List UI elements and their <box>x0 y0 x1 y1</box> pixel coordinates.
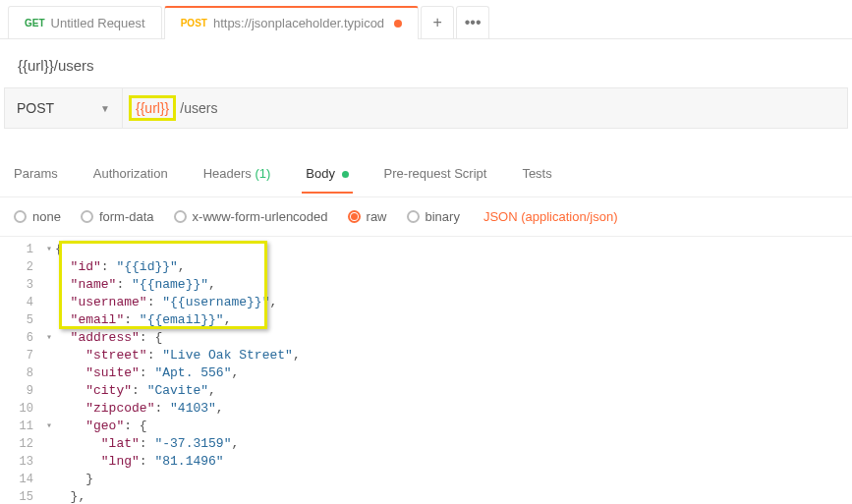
code-content: "suite": "Apt. 556", <box>55 364 239 382</box>
tab-title: Untitled Request <box>51 16 145 30</box>
line-number: 10 <box>0 400 43 418</box>
line-number: 11 <box>0 418 43 435</box>
tab-method-label: POST <box>181 18 207 28</box>
tab-headers[interactable]: Headers (1) <box>199 154 275 193</box>
request-name: {{url}}/users <box>0 39 852 87</box>
url-bar: POST ▼ {{url}} /users <box>4 87 848 129</box>
editor-line[interactable]: 15 }, <box>0 488 852 504</box>
body-type-raw[interactable]: raw <box>348 209 387 224</box>
code-content: "zipcode": "4103", <box>55 400 224 418</box>
body-type-none[interactable]: none <box>14 209 61 224</box>
add-tab-button[interactable]: + <box>421 6 454 39</box>
chevron-down-icon: ▼ <box>100 103 110 114</box>
editor-line[interactable]: 3 "name": "{{name}}", <box>0 276 852 294</box>
line-number: 6 <box>0 329 43 347</box>
line-number: 12 <box>0 435 43 453</box>
tab-post-jsonplaceholder[interactable]: POST https://jsonplaceholder.typicod <box>164 6 419 39</box>
code-content: "address": { <box>55 329 162 347</box>
radio-label: x-www-form-urlencoded <box>193 209 328 224</box>
fold-toggle-icon[interactable]: ▾ <box>43 241 55 258</box>
tab-dirty-dot <box>394 20 402 28</box>
line-number: 3 <box>0 276 43 294</box>
url-input[interactable]: {{url}} /users <box>123 88 847 128</box>
line-number: 14 <box>0 471 43 488</box>
tab-headers-label: Headers <box>203 166 252 181</box>
radio-icon <box>407 210 420 223</box>
line-number: 7 <box>0 347 43 364</box>
tab-authorization[interactable]: Authorization <box>89 154 172 193</box>
radio-label: binary <box>426 209 460 224</box>
line-number: 9 <box>0 382 43 400</box>
radio-icon <box>14 210 27 223</box>
code-content: "lat": "-37.3159", <box>55 435 239 453</box>
tab-body[interactable]: Body <box>302 154 352 193</box>
code-content: "geo": { <box>55 418 147 435</box>
tab-method-label: GET <box>25 18 45 28</box>
editor-line[interactable]: 12 "lat": "-37.3159", <box>0 435 852 453</box>
code-content: "id": "{{id}}", <box>55 258 186 276</box>
editor-line[interactable]: 11▾ "geo": { <box>0 418 852 435</box>
editor-line[interactable]: 4 "username": "{{username}}", <box>0 294 852 311</box>
code-content: "city": "Cavite", <box>55 382 216 400</box>
tab-tests[interactable]: Tests <box>518 154 555 193</box>
line-number: 1 <box>0 241 43 258</box>
code-content: } <box>55 471 93 488</box>
editor-line[interactable]: 6▾ "address": { <box>0 329 852 347</box>
line-number: 2 <box>0 258 43 276</box>
line-number: 13 <box>0 453 43 471</box>
headers-count: (1) <box>255 166 270 181</box>
editor-line[interactable]: 13 "lng": "81.1496" <box>0 453 852 471</box>
line-number: 5 <box>0 311 43 329</box>
code-content: "name": "{{name}}", <box>55 276 216 294</box>
code-content: "email": "{{email}}", <box>55 311 231 329</box>
radio-label: raw <box>367 209 387 224</box>
method-select[interactable]: POST ▼ <box>5 88 123 128</box>
body-type-xwww[interactable]: x-www-form-urlencoded <box>174 209 328 224</box>
radio-icon <box>348 210 361 223</box>
tab-title: https://jsonplaceholder.typicod <box>213 16 384 30</box>
radio-icon <box>81 210 93 223</box>
editor-line[interactable]: 14 } <box>0 471 852 488</box>
body-active-dot <box>342 171 349 178</box>
body-type-formdata[interactable]: form-data <box>81 209 154 224</box>
method-label: POST <box>17 100 54 116</box>
tab-prerequest[interactable]: Pre-request Script <box>380 154 491 193</box>
code-content: "lng": "81.1496" <box>55 453 224 471</box>
tab-params[interactable]: Params <box>10 154 62 193</box>
request-tabs: Params Authorization Headers (1) Body Pr… <box>0 150 852 197</box>
tabs-bar: GET Untitled Request POST https://jsonpl… <box>0 0 852 39</box>
editor-line[interactable]: 8 "suite": "Apt. 556", <box>0 364 852 382</box>
line-number: 4 <box>0 294 43 311</box>
tab-body-label: Body <box>306 166 335 181</box>
line-number: 15 <box>0 488 43 504</box>
fold-toggle-icon[interactable]: ▾ <box>43 329 55 347</box>
editor-line[interactable]: 2 "id": "{{id}}", <box>0 258 852 276</box>
body-type-row: none form-data x-www-form-urlencoded raw… <box>0 197 852 237</box>
code-content: { <box>55 241 63 258</box>
line-number: 8 <box>0 364 43 382</box>
body-editor[interactable]: 1▾{2 "id": "{{id}}",3 "name": "{{name}}"… <box>0 237 852 504</box>
code-content: "street": "Live Oak Street", <box>55 347 301 364</box>
tab-get-untitled[interactable]: GET Untitled Request <box>8 6 162 39</box>
editor-line[interactable]: 5 "email": "{{email}}", <box>0 311 852 329</box>
radio-icon <box>174 210 187 223</box>
editor-line[interactable]: 7 "street": "Live Oak Street", <box>0 347 852 364</box>
editor-line[interactable]: 10 "zipcode": "4103", <box>0 400 852 418</box>
url-path: /users <box>180 100 217 116</box>
url-variable-token: {{url}} <box>129 95 176 121</box>
code-content: "username": "{{username}}", <box>55 294 277 311</box>
code-content: }, <box>55 488 85 504</box>
radio-label: form-data <box>99 209 154 224</box>
body-type-binary[interactable]: binary <box>407 209 460 224</box>
editor-line[interactable]: 9 "city": "Cavite", <box>0 382 852 400</box>
radio-label: none <box>32 209 61 224</box>
tab-overflow-button[interactable]: ••• <box>456 6 489 39</box>
fold-toggle-icon[interactable]: ▾ <box>43 418 55 435</box>
editor-line[interactable]: 1▾{ <box>0 241 852 258</box>
body-format-dropdown[interactable]: JSON (application/json) <box>483 209 618 224</box>
